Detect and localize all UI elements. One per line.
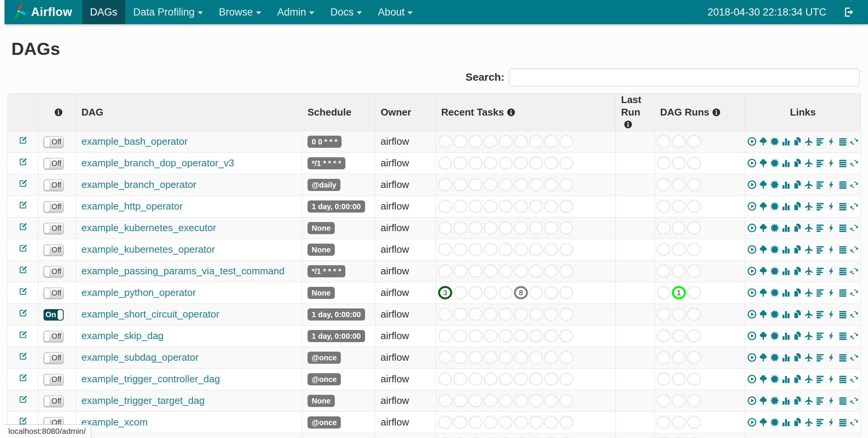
- task-state-circle[interactable]: [453, 351, 467, 364]
- edit-dag-icon[interactable]: [19, 157, 28, 166]
- dag-pause-toggle[interactable]: Off: [44, 223, 64, 234]
- task-state-circle[interactable]: [453, 416, 467, 429]
- task-state-circle[interactable]: [559, 329, 573, 343]
- justify-lines-icon[interactable]: [838, 223, 848, 233]
- gantt-bars-icon[interactable]: [815, 353, 825, 362]
- nav-item-data-profiling[interactable]: Data Profiling: [125, 0, 211, 24]
- task-state-circle[interactable]: [453, 221, 467, 235]
- task-state-circle[interactable]: [529, 178, 543, 191]
- schedule-badge[interactable]: @once: [308, 352, 341, 364]
- task-state-circle[interactable]: [529, 264, 543, 278]
- gantt-bars-icon[interactable]: [815, 396, 825, 405]
- play-circle-icon[interactable]: [747, 202, 757, 211]
- task-state-circle[interactable]: [559, 416, 573, 429]
- task-state-circle[interactable]: [468, 221, 482, 235]
- schedule-badge[interactable]: 1 day, 0:00:00: [308, 308, 365, 321]
- task-state-circle[interactable]: [544, 135, 558, 148]
- task-state-circle[interactable]: [438, 156, 452, 170]
- task-state-circle[interactable]: [499, 200, 513, 213]
- bar-chart-icon[interactable]: [781, 331, 791, 341]
- task-state-circle[interactable]: [484, 394, 498, 407]
- refresh-icon[interactable]: [849, 245, 859, 254]
- task-state-circle[interactable]: [484, 308, 498, 321]
- bolt-icon[interactable]: [827, 331, 836, 341]
- gantt-bars-icon[interactable]: [815, 266, 825, 276]
- task-state-circle[interactable]: [468, 286, 482, 299]
- task-state-circle[interactable]: [499, 329, 513, 343]
- task-state-circle[interactable]: [514, 394, 528, 407]
- dag-link[interactable]: example_branch_operator: [81, 179, 197, 190]
- task-state-circle[interactable]: [559, 178, 573, 191]
- dag-run-circle[interactable]: [672, 135, 686, 148]
- edit-dag-icon[interactable]: [19, 222, 28, 231]
- play-circle-icon[interactable]: [747, 418, 757, 427]
- bolt-icon[interactable]: [827, 158, 836, 168]
- gantt-bars-icon[interactable]: [815, 418, 825, 427]
- dag-run-circle[interactable]: [672, 351, 686, 364]
- task-state-circle[interactable]: [438, 351, 452, 364]
- plane-icon[interactable]: [804, 245, 813, 254]
- task-state-circle[interactable]: [529, 308, 543, 321]
- task-state-circle[interactable]: [438, 178, 452, 191]
- bolt-icon[interactable]: [827, 288, 836, 297]
- dag-pause-toggle[interactable]: Off: [44, 288, 64, 299]
- refresh-icon[interactable]: [849, 374, 859, 384]
- justify-lines-icon[interactable]: [838, 202, 848, 211]
- dag-run-circle[interactable]: [657, 308, 671, 321]
- edit-dag-icon[interactable]: [19, 330, 28, 339]
- copy-pages-icon[interactable]: [793, 331, 802, 341]
- justify-lines-icon[interactable]: [838, 245, 848, 254]
- task-state-circle[interactable]: [544, 351, 558, 364]
- bar-chart-icon[interactable]: [781, 202, 791, 211]
- schedule-badge[interactable]: 1 day, 0:00:00: [308, 200, 365, 213]
- task-state-circle[interactable]: [468, 264, 482, 278]
- nav-item-docs[interactable]: Docs: [322, 0, 370, 24]
- sunburst-icon[interactable]: [770, 180, 779, 189]
- sunburst-icon[interactable]: [770, 353, 779, 362]
- task-state-circle[interactable]: [438, 200, 452, 213]
- task-state-circle[interactable]: [529, 372, 543, 386]
- sunburst-icon[interactable]: [770, 245, 779, 254]
- task-state-circle[interactable]: [544, 221, 558, 235]
- dag-link[interactable]: example_python_operator: [81, 287, 196, 298]
- task-state-circle[interactable]: [484, 329, 498, 343]
- dag-run-circle[interactable]: [687, 178, 701, 191]
- task-state-circle[interactable]: [529, 156, 543, 170]
- task-state-circle[interactable]: [484, 351, 498, 364]
- schedule-badge[interactable]: */1 * * * *: [308, 265, 345, 277]
- schedule-badge[interactable]: None: [308, 222, 335, 234]
- dag-run-circle[interactable]: [687, 264, 701, 278]
- bar-chart-icon[interactable]: [781, 418, 791, 427]
- gantt-bars-icon[interactable]: [815, 245, 825, 254]
- task-state-circle[interactable]: 8: [514, 286, 528, 299]
- gantt-bars-icon[interactable]: [815, 180, 825, 189]
- nav-item-dags[interactable]: DAGs: [82, 0, 125, 24]
- bar-chart-icon[interactable]: [781, 266, 791, 276]
- bolt-icon[interactable]: [827, 245, 836, 254]
- task-state-circle[interactable]: [499, 394, 513, 407]
- sunburst-icon[interactable]: [770, 202, 779, 211]
- copy-pages-icon[interactable]: [793, 353, 802, 362]
- dag-pause-toggle[interactable]: Off: [44, 266, 64, 277]
- bar-chart-icon[interactable]: [781, 158, 791, 168]
- bolt-icon[interactable]: [827, 374, 836, 384]
- edit-dag-icon[interactable]: [19, 200, 28, 210]
- dag-run-circle[interactable]: [657, 264, 671, 278]
- task-state-circle[interactable]: [438, 416, 452, 429]
- gantt-bars-icon[interactable]: [815, 288, 825, 297]
- task-state-circle[interactable]: [453, 308, 467, 321]
- dag-run-circle[interactable]: [672, 264, 686, 278]
- task-state-circle[interactable]: [453, 286, 467, 299]
- task-state-circle[interactable]: [544, 416, 558, 429]
- task-state-circle[interactable]: [499, 264, 513, 278]
- bolt-icon[interactable]: [827, 353, 836, 362]
- play-circle-icon[interactable]: [747, 396, 757, 405]
- dag-pause-toggle[interactable]: On: [44, 309, 64, 321]
- bar-chart-icon[interactable]: [781, 137, 791, 146]
- dag-link[interactable]: example_trigger_target_dag: [81, 395, 205, 406]
- nav-item-about[interactable]: About: [370, 0, 421, 24]
- task-state-circle[interactable]: [529, 221, 543, 235]
- task-state-circle[interactable]: [438, 243, 452, 256]
- task-state-circle[interactable]: [484, 416, 498, 429]
- play-circle-icon[interactable]: [747, 266, 757, 276]
